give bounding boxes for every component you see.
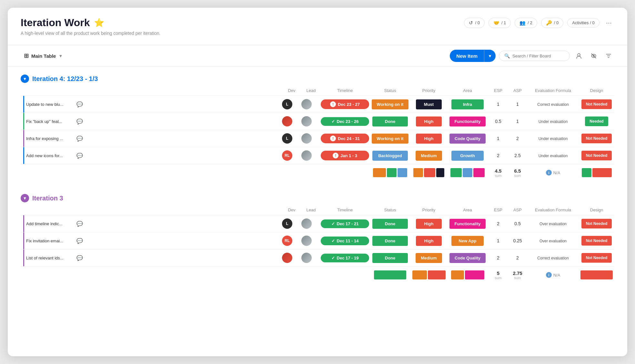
area-chip: Code Quality	[449, 134, 486, 144]
iteration-3-block: ▼ Iteration 3 Dev Lead Timeline Status P…	[21, 194, 614, 283]
design-summary-bar	[579, 270, 614, 279]
col-header-area: Area	[447, 86, 489, 96]
col-header-priority: Priority	[411, 205, 447, 215]
esp-value: 0.5	[495, 119, 501, 124]
eval-text: Under evaluation	[539, 119, 568, 124]
esp-value: 1	[497, 238, 499, 243]
area-chip: Code Quality	[449, 253, 486, 263]
automations-icon: ↺	[469, 20, 473, 26]
iteration-3-header: ▼ Iteration 3	[21, 194, 614, 202]
comment-icon[interactable]: 💬	[76, 136, 83, 142]
badge-automations[interactable]: ↺ / 0	[464, 18, 484, 28]
check-icon: ✓	[331, 119, 335, 124]
more-options-button[interactable]: ···	[603, 17, 614, 28]
main-content: ▼ Iteration 4: 12/23 - 1/3 Dev Lead Time…	[8, 67, 627, 356]
priority-summary-bar	[411, 168, 447, 177]
iteration-4-column-headers: Dev Lead Timeline Status Priority Area E…	[21, 86, 614, 96]
lead-avatar	[301, 236, 312, 246]
asp-value: 2.5	[514, 153, 520, 158]
badge-integrations[interactable]: 🤝 / 1	[489, 18, 511, 28]
comment-icon[interactable]: 💬	[76, 118, 83, 125]
badge-permissions[interactable]: 🔑 / 0	[541, 18, 563, 28]
status-chip: Backlogged	[372, 151, 408, 161]
col-header-design: Design	[579, 205, 614, 215]
table-row: Add new icons for... 💬 RL ! Jan 1 - 3	[21, 147, 614, 164]
timeline-badge: ✓ Dec 17 - 21	[321, 219, 369, 228]
user-icon-button[interactable]	[573, 50, 585, 62]
exclaim-icon: !	[330, 136, 336, 141]
area-summary-bar	[447, 168, 489, 177]
status-chip: Working on it	[372, 99, 409, 109]
item-name: Add new icons for...	[26, 153, 75, 158]
asp-value: 0.5	[514, 221, 520, 226]
esp-value: 1	[497, 136, 499, 141]
status-summary-bar	[369, 168, 411, 177]
col-header-asp: ASP	[508, 86, 527, 96]
check-icon: ✓	[331, 238, 335, 243]
status-swatch-done	[387, 168, 397, 177]
priority-chip: High	[416, 236, 442, 246]
item-name: Fix invitation emai...	[26, 238, 75, 243]
priority-swatch-medium	[412, 270, 427, 279]
eval-na-cell: i N/A	[527, 170, 579, 176]
item-name: Update to new blu...	[26, 102, 75, 107]
table-row: Fix invitation emai... 💬 RL ✓ Dec 11 - 1…	[21, 232, 614, 249]
row-border	[23, 96, 24, 113]
col-header-eval: Evaluation Formula	[527, 86, 579, 96]
priority-chip: High	[416, 116, 442, 126]
hide-icon-button[interactable]	[588, 50, 600, 62]
permissions-count: / 0	[554, 20, 559, 25]
iteration-4-collapse-button[interactable]: ▼	[21, 75, 29, 83]
iteration-3-table: Dev Lead Timeline Status Priority Area E…	[21, 205, 614, 283]
new-item-dropdown-arrow[interactable]: ▾	[484, 50, 496, 62]
asp-sum-label: sum	[508, 174, 527, 177]
page-title: Iteration Work	[21, 17, 90, 29]
iteration-4-summary-row: 4.5 sum 6.5 sum i N/A	[21, 164, 614, 181]
asp-sum-label: sum	[508, 276, 527, 280]
comment-icon[interactable]: 💬	[76, 238, 83, 244]
col-header-esp: ESP	[489, 205, 508, 215]
new-item-label: New Item	[450, 50, 484, 62]
exclaim-icon: !	[330, 101, 336, 107]
asp-value: 1	[516, 102, 519, 107]
area-swatch-functionality	[473, 168, 485, 177]
table-row: Fix "back up" feat... 💬 ✓	[21, 113, 614, 130]
row-border	[23, 232, 24, 249]
priority-chip: High	[416, 219, 442, 229]
comment-icon[interactable]: 💬	[76, 153, 83, 159]
eval-text: Under evaluation	[539, 154, 568, 158]
asp-sum-value: 2.75	[508, 270, 527, 276]
comment-icon[interactable]: 💬	[76, 101, 83, 107]
avatar: L	[282, 218, 292, 229]
asp-sum-value: 6.5	[508, 168, 527, 174]
badge-people[interactable]: 👥 / 2	[515, 18, 537, 28]
iteration-4-table: Dev Lead Timeline Status Priority Area E…	[21, 86, 614, 181]
comment-icon[interactable]: 💬	[76, 255, 83, 261]
area-swatch-functionality	[465, 270, 484, 279]
new-item-button[interactable]: New Item ▾	[450, 50, 496, 62]
iteration-3-collapse-button[interactable]: ▼	[21, 194, 29, 202]
esp-value: 2	[497, 255, 499, 260]
badge-activities[interactable]: Activities / 0	[567, 18, 599, 27]
table-grid-icon: ⊞	[24, 52, 29, 59]
col-header-priority: Priority	[411, 86, 447, 96]
filter-icon-button[interactable]	[603, 50, 614, 62]
col-header-lead: Lead	[301, 86, 321, 96]
search-icon: 🔍	[504, 53, 510, 58]
item-name: Add timeline indic...	[26, 221, 75, 226]
search-box[interactable]: 🔍	[499, 51, 570, 61]
search-input[interactable]	[512, 54, 564, 58]
status-swatch-backlogged	[398, 168, 407, 177]
col-header-status: Status	[369, 205, 411, 215]
header-actions: ↺ / 0 🤝 / 1 👥 / 2 🔑 / 0 Activities / 0	[464, 17, 614, 28]
timeline-badge: ! Jan 1 - 3	[321, 151, 369, 160]
main-table-button[interactable]: ⊞ Main Table ▼	[21, 50, 66, 61]
table-row: Add timeline indic... 💬 L ✓ Dec 17 - 21	[21, 215, 614, 232]
col-header-dev: Dev	[282, 86, 301, 96]
people-icon: 👥	[519, 20, 526, 26]
check-icon: ✓	[331, 221, 335, 226]
avatar: L	[282, 99, 292, 109]
timeline-badge: ! Dec 24 - 31	[321, 134, 369, 143]
comment-icon[interactable]: 💬	[76, 221, 83, 227]
asp-sum-cell: 6.5 sum	[508, 164, 527, 181]
